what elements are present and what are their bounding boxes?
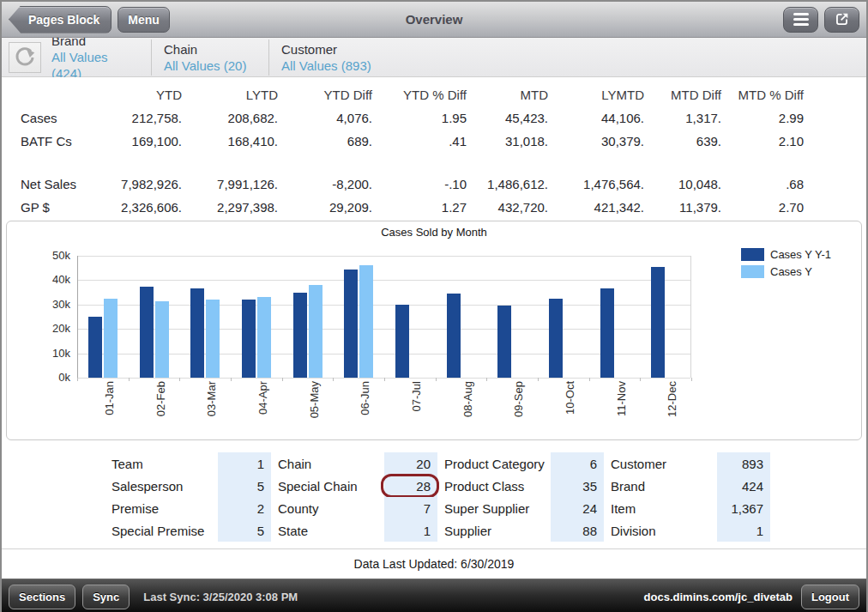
sections-button[interactable]: Sections — [9, 585, 75, 609]
summary-section: Team1Salesperson5Premise2Special Premise… — [2, 444, 866, 548]
metrics-value: 2.99 — [721, 106, 804, 130]
bar-cases-y-y-1[interactable] — [600, 288, 614, 378]
summary-value[interactable]: 424 — [717, 475, 770, 497]
bar-cases-y-y-1[interactable] — [190, 288, 204, 378]
last-sync-status: Last Sync: 3/25/2020 3:08 PM — [143, 591, 298, 603]
x-axis-tick — [179, 378, 180, 381]
summary-value[interactable]: 24 — [551, 497, 604, 519]
summary-value[interactable]: 20 — [384, 452, 437, 475]
metrics-row — [2, 153, 804, 173]
metrics-value: .41 — [372, 130, 467, 153]
bar-cases-y[interactable] — [104, 299, 118, 378]
summary-value[interactable]: 2 — [218, 497, 271, 519]
y-axis-tick-label: 40k — [33, 273, 70, 286]
bar-cases-y-y-1[interactable] — [549, 299, 563, 378]
bar-cases-y[interactable] — [257, 297, 271, 378]
metrics-value: 45,423. — [467, 106, 548, 130]
x-axis-tick — [333, 378, 334, 381]
legend-swatch — [741, 265, 764, 278]
metrics-value: 11,379. — [644, 196, 721, 219]
menu-button[interactable]: Menu — [118, 7, 170, 33]
metrics-value: 421,342. — [548, 196, 644, 219]
bar-cases-y[interactable] — [309, 285, 322, 378]
x-axis-tick — [282, 378, 283, 381]
summary-value[interactable]: 5 — [218, 475, 271, 497]
metrics-value: 7,991,126. — [182, 173, 278, 196]
metrics-column-header: YTD Diff — [278, 83, 372, 106]
chart-gridline — [78, 305, 690, 306]
metrics-value: 2.10 — [721, 130, 804, 153]
chart-title: Cases Sold by Month — [7, 221, 861, 239]
y-axis-tick-label: 30k — [33, 298, 70, 311]
share-icon — [833, 11, 851, 27]
metrics-value: 169,100. — [103, 130, 182, 153]
filter-customer[interactable]: Customer All Values (893) — [268, 39, 383, 76]
legend-label: Cases Y Y-1 — [770, 248, 831, 261]
server-address: docs.dimins.com/jc_divetab — [644, 591, 793, 603]
metrics-value: 208,682. — [182, 106, 278, 130]
bar-cases-y-y-1[interactable] — [242, 300, 256, 378]
chart-plot-area — [77, 256, 691, 378]
metrics-value: -.10 — [372, 173, 467, 196]
summary-value[interactable]: 28 — [384, 475, 437, 497]
filter-brand[interactable]: Brand All Values (424) — [41, 31, 151, 83]
chart-gridline — [78, 354, 690, 354]
pages-block-back-button[interactable]: Pages Block — [9, 6, 112, 33]
metrics-value: 10,048. — [644, 173, 721, 196]
x-axis-tick — [129, 378, 130, 381]
summary-label: Brand — [611, 475, 717, 497]
summary-label: Product Category — [444, 452, 551, 475]
summary-value[interactable]: 1 — [384, 519, 437, 542]
refresh-button[interactable] — [9, 42, 41, 73]
bar-cases-y-y-1[interactable] — [293, 293, 307, 378]
summary-label: State — [278, 519, 384, 542]
bar-cases-y-y-1[interactable] — [395, 305, 409, 378]
metrics-value: 212,758. — [103, 106, 182, 130]
metrics-column-header: MTD Diff — [644, 83, 721, 106]
bar-cases-y-y-1[interactable] — [651, 267, 665, 378]
x-axis-tick — [589, 378, 590, 381]
metrics-column-header: YTD % Diff — [372, 83, 467, 106]
metrics-value: 689. — [278, 130, 372, 153]
bar-cases-y[interactable] — [206, 300, 220, 378]
metrics-column-header: LYTD — [182, 83, 278, 106]
summary-value[interactable]: 5 — [218, 519, 271, 542]
logout-button[interactable]: Logout — [801, 585, 859, 609]
metrics-value: 1,317. — [644, 106, 721, 130]
metrics-row-label: BATF Cs — [2, 130, 103, 153]
x-axis-tick-label: 07-Jul — [410, 381, 424, 436]
summary-label: Customer — [611, 452, 717, 475]
x-axis-tick-label: 06-Jun — [359, 381, 372, 436]
list-menu-button[interactable] — [783, 7, 818, 33]
filter-label: Customer — [281, 41, 371, 58]
summary-label: Product Class — [444, 475, 551, 497]
summary-value[interactable]: 1 — [218, 452, 271, 475]
bar-cases-y[interactable] — [359, 265, 373, 378]
metrics-value: 2,326,606. — [103, 196, 182, 219]
summary-value[interactable]: 1,367 — [717, 497, 770, 519]
bar-cases-y-y-1[interactable] — [140, 287, 154, 379]
summary-group: Team1Salesperson5Premise2Special Premise… — [112, 452, 271, 548]
metrics-value: 2.70 — [721, 196, 804, 219]
x-axis-tick — [486, 378, 487, 381]
bar-cases-y-y-1[interactable] — [88, 317, 102, 378]
bar-cases-y-y-1[interactable] — [344, 270, 358, 378]
x-axis-tick — [436, 378, 437, 381]
bar-cases-y[interactable] — [155, 301, 169, 378]
legend-entry: Cases Y Y-1 — [741, 248, 831, 261]
x-axis-tick — [384, 378, 385, 381]
summary-value[interactable]: 88 — [551, 519, 604, 542]
metrics-row: GP $2,326,606.2,297,398.29,209.1.27432,7… — [2, 196, 804, 219]
share-button[interactable] — [824, 7, 859, 33]
summary-value[interactable]: 35 — [551, 475, 604, 497]
bar-cases-y-y-1[interactable] — [447, 294, 461, 378]
summary-value[interactable]: 1 — [717, 519, 770, 542]
summary-value[interactable]: 893 — [717, 452, 770, 475]
filter-chain[interactable]: Chain All Values (20) — [151, 39, 268, 76]
summary-value[interactable]: 7 — [384, 497, 437, 519]
bar-cases-y-y-1[interactable] — [497, 306, 511, 378]
sync-button[interactable]: Sync — [82, 585, 130, 609]
app-window: Pages Block Menu Overview — [0, 0, 868, 612]
summary-value[interactable]: 6 — [551, 452, 604, 475]
summary-label: Team — [112, 452, 218, 475]
